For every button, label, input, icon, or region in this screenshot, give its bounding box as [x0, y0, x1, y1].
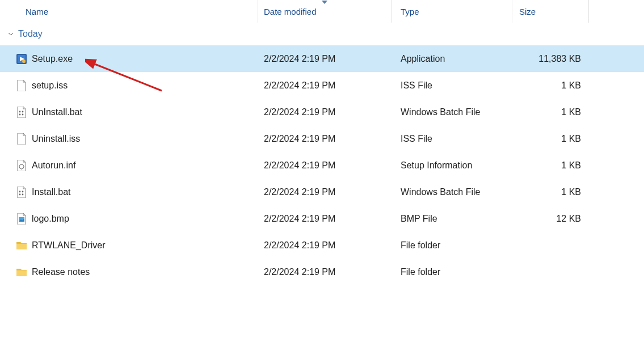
file-name: UnInstall.bat [32, 107, 82, 117]
column-header-name-label: Name [26, 7, 48, 16]
file-date: 2/2/2024 2:19 PM [264, 107, 335, 117]
file-list: Setup.exe2/2/2024 2:19 PMApplication11,3… [0, 45, 644, 285]
file-row[interactable]: Uninstall.iss2/2/2024 2:19 PMISS File1 K… [0, 125, 644, 152]
file-row[interactable]: Install.bat2/2/2024 2:19 PMWindows Batch… [0, 179, 644, 205]
file-name: Install.bat [32, 187, 70, 197]
file-date: 2/2/2024 2:19 PM [264, 81, 335, 91]
bat-icon [16, 107, 27, 118]
file-type: ISS File [401, 81, 432, 91]
folder-icon [16, 266, 27, 278]
file-row[interactable]: Setup.exe2/2/2024 2:19 PMApplication11,3… [0, 45, 644, 72]
sort-descending-icon [322, 0, 327, 5]
svg-point-10 [22, 190, 24, 192]
file-row[interactable]: setup.iss2/2/2024 2:19 PMISS File1 KB [0, 72, 644, 99]
file-row[interactable]: logo.bmp2/2/2024 2:19 PMBMP File12 KB [0, 205, 644, 232]
svg-point-6 [19, 113, 21, 115]
file-type: ISS File [401, 134, 432, 144]
file-date: 2/2/2024 2:19 PM [264, 240, 335, 251]
file-name: Setup.exe [32, 54, 73, 64]
chevron-down-icon [7, 30, 15, 38]
group-header[interactable]: Today [0, 23, 644, 45]
svg-point-4 [19, 111, 21, 112]
file-date: 2/2/2024 2:19 PM [264, 267, 335, 277]
file-name: Release notes [32, 267, 90, 277]
file-type: Setup Information [401, 160, 472, 171]
svg-point-12 [22, 193, 24, 195]
file-date: 2/2/2024 2:19 PM [264, 54, 335, 64]
group-label: Today [18, 29, 43, 39]
column-header-date[interactable]: Date modified [258, 0, 392, 23]
file-date: 2/2/2024 2:19 PM [264, 134, 335, 144]
bat-icon [16, 187, 27, 198]
column-header-type-label: Type [401, 7, 419, 16]
file-size: 11,383 KB [538, 54, 581, 64]
file-size: 1 KB [561, 81, 581, 91]
svg-point-7 [22, 113, 24, 115]
folder-icon [16, 240, 27, 251]
column-header-size[interactable]: Size [512, 0, 589, 23]
file-size: 1 KB [561, 160, 581, 171]
column-header-name[interactable]: Name [0, 0, 258, 23]
file-name: Autorun.inf [32, 160, 75, 171]
file-size: 1 KB [561, 187, 581, 197]
file-name: setup.iss [32, 81, 68, 91]
file-type: Windows Batch File [401, 107, 481, 117]
file-row[interactable]: RTWLANE_Driver2/2/2024 2:19 PMFile folde… [0, 232, 644, 259]
column-header-row: Name Date modified Type Size [0, 0, 644, 23]
file-size: 12 KB [556, 214, 581, 224]
file-type: Windows Batch File [401, 187, 481, 197]
file-date: 2/2/2024 2:19 PM [264, 214, 335, 224]
file-size: 1 KB [561, 107, 581, 117]
column-header-date-label: Date modified [264, 7, 317, 16]
file-type: Application [401, 54, 445, 64]
file-type: BMP File [401, 214, 437, 224]
bmp-icon [16, 213, 27, 225]
inf-icon [16, 160, 27, 171]
column-header-size-label: Size [519, 7, 536, 16]
file-date: 2/2/2024 2:19 PM [264, 187, 335, 197]
file-type: File folder [401, 240, 440, 251]
file-row[interactable]: Autorun.inf2/2/2024 2:19 PMSetup Informa… [0, 152, 644, 179]
column-header-type[interactable]: Type [392, 0, 512, 23]
exe-icon [16, 53, 27, 65]
file-size: 1 KB [561, 134, 581, 144]
file-icon [16, 133, 27, 145]
svg-point-3 [22, 60, 26, 63]
svg-point-11 [19, 193, 21, 195]
file-name: RTWLANE_Driver [32, 240, 106, 251]
file-name: logo.bmp [32, 214, 69, 224]
svg-point-5 [22, 111, 24, 112]
svg-point-9 [19, 190, 21, 192]
file-row[interactable]: Release notes2/2/2024 2:19 PMFile folder [0, 259, 644, 285]
file-name: Uninstall.iss [32, 134, 80, 144]
file-icon [16, 80, 27, 91]
file-type: File folder [401, 267, 440, 277]
file-row[interactable]: UnInstall.bat2/2/2024 2:19 PMWindows Bat… [0, 99, 644, 125]
file-date: 2/2/2024 2:19 PM [264, 160, 335, 171]
